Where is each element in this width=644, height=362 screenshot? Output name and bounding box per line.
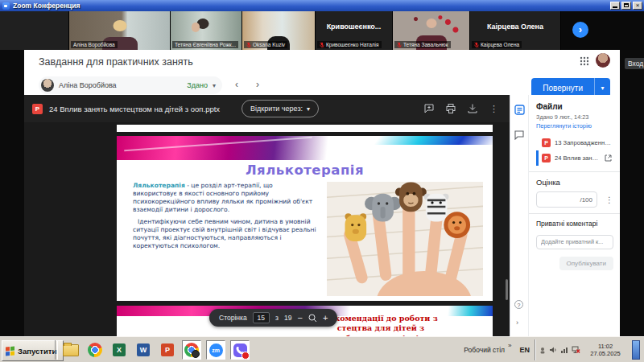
student-avatar: [41, 79, 54, 92]
open-with-button[interactable]: Відкрити через: ▾: [242, 100, 319, 117]
volume-icon[interactable]: [549, 346, 557, 354]
chrome-active-icon[interactable]: [182, 340, 201, 360]
tray-misc-icon[interactable]: [539, 347, 546, 354]
folder-icon[interactable]: [61, 340, 80, 360]
muted-mic-icon: [474, 42, 479, 48]
participant-tile[interactable]: Аліна Воробйова: [69, 11, 171, 50]
participant-tile[interactable]: Кривошеєнко... Кривошеєнко Наталія: [316, 11, 393, 50]
signal-strength-icon[interactable]: [560, 346, 568, 354]
submitted-timestamp: Здано 9 лют., 14:23: [536, 113, 613, 121]
viber-icon[interactable]: [230, 340, 250, 360]
more-options-icon[interactable]: ⋮: [489, 104, 498, 114]
student-selector[interactable]: Аліна Воробйова Здано ▾: [39, 76, 222, 94]
private-comments-title: Приватні коментарі: [536, 220, 613, 228]
current-slide: Лялькотерапія Лялькотерапія - це розділ …: [117, 136, 493, 301]
slide-paragraph-2: Ідентифікуючи себе певним чином, дитина …: [133, 218, 319, 250]
submission-status: Здано: [187, 81, 208, 89]
system-tray: 11:02 27.05.2025: [535, 339, 644, 360]
language-indicator[interactable]: EN: [519, 346, 530, 354]
word-icon[interactable]: W: [134, 340, 153, 360]
add-comment-icon[interactable]: [424, 104, 434, 113]
windows-logo-icon: [6, 346, 14, 356]
page-of-label: з: [275, 314, 279, 322]
participant-name-label: Oksana Kuziv: [244, 41, 287, 48]
sign-in-label[interactable]: Вход: [625, 58, 644, 69]
help-icon[interactable]: ?: [514, 300, 523, 309]
powerpoint-icon[interactable]: P: [158, 340, 177, 360]
comments-tab-icon[interactable]: [514, 130, 524, 140]
grade-options-icon[interactable]: ⋮: [605, 195, 613, 204]
zoom-video-strip: Аліна Воробйова Тетяна Євгеніївна Рожк..…: [0, 11, 644, 50]
window-controls: ×: [610, 2, 642, 10]
zoom-app-icon: [2, 2, 10, 10]
file-list-item-selected[interactable]: P 24 Вплив занять ми...: [536, 150, 613, 166]
download-icon[interactable]: [468, 104, 477, 113]
previous-slide-edge: [117, 125, 493, 132]
maximize-button[interactable]: [621, 2, 631, 10]
view-history-link[interactable]: Переглянути історію: [536, 122, 613, 130]
files-tab-icon[interactable]: [514, 105, 525, 115]
file-list-item[interactable]: P 13 Запровадження пісочно...: [536, 135, 613, 150]
zoom-app-taskbar-icon[interactable]: zm: [206, 340, 225, 360]
zoom-out-button[interactable]: −: [297, 314, 302, 323]
excel-icon[interactable]: X: [109, 340, 129, 360]
page-number-input[interactable]: 15: [253, 312, 270, 323]
student-name: Аліна Воробйова: [59, 81, 182, 89]
prev-student-button[interactable]: ‹: [235, 79, 238, 90]
show-desktop-button[interactable]: [632, 340, 640, 360]
file-viewer: P 24 Вплив занять мистецтвом на дітей з …: [24, 95, 510, 336]
chrome-icon[interactable]: [85, 340, 105, 360]
participant-video-off: [0, 11, 68, 50]
grade-input[interactable]: [536, 191, 597, 208]
desktop-toolbar-label[interactable]: Робочий стіл: [460, 346, 508, 354]
account-avatar[interactable]: [596, 53, 610, 68]
participant-tile[interactable]: Каірцева Олена Каірцева Олена: [470, 11, 561, 50]
page-navigation-pill: Сторінка 15 з 19 − +: [209, 309, 337, 327]
open-with-label: Відкрити через:: [250, 105, 303, 113]
slide-header-graphic: [117, 136, 493, 160]
clock[interactable]: 11:02 27.05.2025: [584, 343, 627, 358]
viewer-filename: 24 Вплив занять мистецтвом на дітей з оо…: [49, 105, 220, 113]
document-canvas[interactable]: Лялькотерапія Лялькотерапія - це розділ …: [24, 122, 510, 336]
close-button[interactable]: ×: [633, 2, 642, 10]
pptx-file-icon: P: [542, 138, 551, 147]
files-section-title: Файли: [536, 102, 613, 111]
slide-title: Лялькотерапія: [117, 162, 493, 178]
grading-sidebar: ? › Файли Здано 9 лют., 14:23 Переглянут…: [510, 95, 620, 336]
participant-display-name: Каірцева Олена: [470, 23, 560, 31]
tray-date: 27.05.2025: [584, 350, 627, 357]
viewer-toolbar-icons: ⋮: [424, 95, 498, 122]
open-in-new-icon[interactable]: [605, 154, 612, 162]
minimize-button[interactable]: [610, 2, 620, 10]
participant-name-label: Тетяна Завальнюк: [394, 41, 451, 48]
chevron-down-icon: ▾: [307, 105, 310, 113]
print-icon[interactable]: [446, 104, 456, 113]
classroom-page: Завдання для практичних занять Аліна Вор…: [24, 50, 620, 336]
assignment-title: Завдання для практичних занять: [39, 56, 193, 68]
quick-launch-bar: X W P zm: [61, 340, 250, 360]
participant-name-label: Каірцева Олена: [472, 41, 522, 48]
page-label: Сторінка: [219, 314, 247, 322]
toolbar-overflow-icon[interactable]: »: [508, 342, 511, 349]
muted-mic-icon: [320, 42, 324, 48]
pptx-file-icon: P: [542, 154, 551, 162]
notification-badge: [192, 350, 200, 358]
next-participants-button[interactable]: ›: [572, 22, 588, 38]
participant-tile[interactable]: Oksana Kuziv: [242, 11, 316, 50]
sidebar-icon-rail: ? ›: [510, 95, 529, 336]
collapse-sidebar-icon[interactable]: ›: [516, 319, 518, 327]
magnifier-icon[interactable]: [308, 314, 317, 323]
participant-name-label: Аліна Воробйова: [71, 41, 118, 48]
zoom-in-button[interactable]: +: [323, 314, 328, 323]
participant-tile[interactable]: [0, 11, 69, 50]
network-error-icon[interactable]: [572, 346, 580, 354]
participant-tile[interactable]: Тетяна Євгеніївна Рожк...: [171, 11, 242, 50]
grade-section-title: Оцінка: [536, 178, 613, 187]
viewer-scrollbar[interactable]: [506, 279, 508, 300]
apps-grid-icon[interactable]: [580, 56, 589, 66]
taskbar-right: Робочий стіл » EN 11:02 27.05.2025: [460, 337, 644, 362]
publish-button[interactable]: Опублікувати: [559, 257, 613, 270]
private-comment-input[interactable]: [536, 235, 613, 249]
next-student-button[interactable]: ›: [256, 79, 259, 90]
participant-tile[interactable]: Тетяна Завальнюк: [393, 11, 470, 50]
